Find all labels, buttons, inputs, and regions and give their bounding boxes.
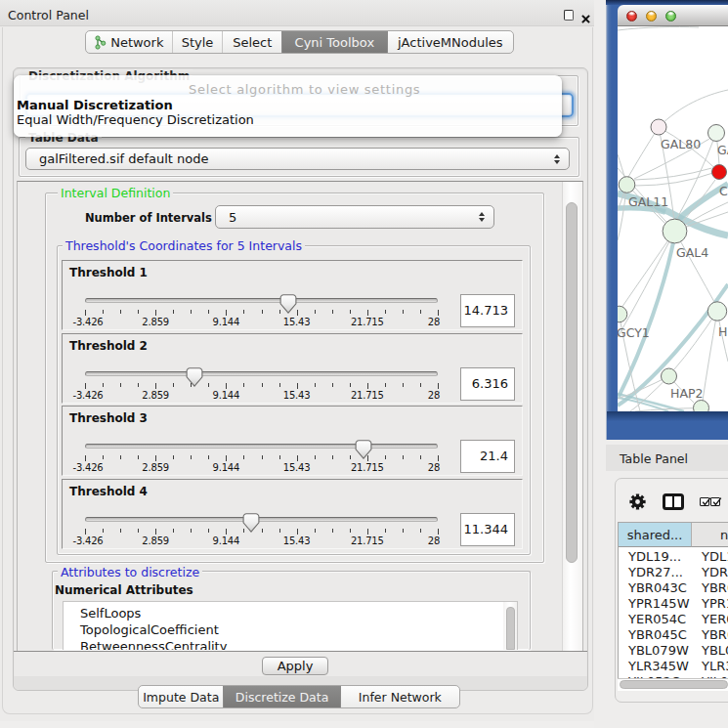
split-columns-icon[interactable]: [663, 493, 684, 510]
slider-tick: [103, 310, 104, 314]
network-canvas[interactable]: GAL80GACGAL11GAL4GCY1HHAP2: [618, 26, 728, 411]
tab-network[interactable]: Network: [86, 31, 172, 53]
network-window-bottom-frame: [607, 411, 728, 440]
slider-track[interactable]: [85, 298, 438, 303]
popup-item-manual-discretization[interactable]: Manual Discretization: [17, 98, 173, 112]
threshold-panel-3: Threshold 3-3.4262.8599.14415.4321.71528…: [62, 406, 523, 476]
slider-thumb[interactable]: [355, 440, 372, 459]
gear-icon[interactable]: [629, 493, 646, 514]
minimize-light-icon[interactable]: [646, 11, 657, 21]
checkbox-icon-part: [711, 497, 723, 509]
table-row[interactable]: YER054CYER0: [619, 612, 728, 627]
slider-tick: [420, 455, 421, 459]
vertical-scrollbar-thumb[interactable]: [566, 202, 578, 563]
slider-tick: [226, 529, 227, 535]
table-row[interactable]: YPR145WYPR1: [619, 596, 728, 612]
slider-tick: [420, 529, 421, 533]
table-row[interactable]: YBR043CYBR0: [619, 580, 728, 596]
apply-button[interactable]: Apply: [262, 657, 328, 675]
tab-jactivemnodules[interactable]: jActiveMNodules: [387, 31, 513, 53]
slider-tick: [385, 529, 386, 533]
slider-track[interactable]: [85, 371, 438, 376]
network-node-GCY1[interactable]: [618, 306, 627, 322]
slider-track[interactable]: [85, 444, 438, 449]
slider-thumb[interactable]: [279, 294, 297, 314]
slider-thumb-part: [356, 441, 371, 458]
table-row[interactable]: YDL19...YDL1: [619, 549, 728, 565]
network-edge[interactable]: [618, 27, 699, 30]
slider-tick: [103, 455, 104, 459]
network-node-label: GAL11: [628, 194, 668, 209]
tab-style[interactable]: Style: [172, 31, 223, 53]
slider-tick-label: 2.859: [142, 390, 169, 401]
control-panel-window: Control Panel NetworkStyleSelectCyni Too…: [0, 0, 603, 721]
threshold-value-field[interactable]: 6.316: [460, 367, 515, 401]
tab-impute-data[interactable]: Impute Data: [139, 686, 223, 707]
slider-tick-label: 2.859: [142, 462, 169, 473]
network-icon-part: [96, 35, 100, 39]
network-node-node-top-right[interactable]: [708, 125, 725, 142]
slider-tick-label: 9.144: [213, 390, 240, 401]
table-column-header[interactable]: name: [692, 523, 728, 547]
close-light-icon[interactable]: [626, 11, 637, 21]
checkbox-icon[interactable]: [710, 497, 720, 506]
network-edge[interactable]: [634, 168, 712, 180]
slider-tick-label: 28: [428, 462, 440, 473]
checkbox-icon[interactable]: [700, 497, 709, 506]
table-column-header[interactable]: shared...: [619, 523, 692, 547]
slider-tick: [155, 529, 156, 535]
attributes-scrollbar-thumb[interactable]: [506, 607, 515, 650]
table-row[interactable]: YBR045CYBR0: [619, 627, 728, 643]
slider-track[interactable]: [85, 517, 438, 522]
float-window-icon[interactable]: [564, 10, 574, 21]
network-node-label: GAL4: [676, 245, 708, 260]
slider-thumb[interactable]: [242, 513, 260, 533]
network-node-GAL4[interactable]: [663, 219, 687, 243]
network-edge[interactable]: [674, 312, 717, 370]
combobox-stepper-icon: [552, 149, 562, 169]
table-row[interactable]: YLR345WYLR3: [619, 659, 728, 674]
network-edge[interactable]: [659, 90, 728, 127]
number-of-intervals-combobox[interactable]: 5: [215, 205, 494, 229]
threshold-value-field[interactable]: 21.4: [460, 440, 515, 473]
slider-tick: [243, 455, 244, 459]
threshold-value-field[interactable]: 11.344: [460, 513, 515, 546]
tab-label: Style: [182, 35, 214, 50]
number-of-intervals-value: 5: [216, 210, 236, 225]
slider-tick: [332, 455, 333, 459]
attribute-item[interactable]: BetweennessCentrality: [80, 639, 227, 650]
zoom-light-icon[interactable]: [665, 11, 676, 21]
close-icon[interactable]: [580, 10, 591, 21]
threshold-value-field[interactable]: 14.713: [460, 294, 515, 327]
popup-item-equal-width-frequency-discretization[interactable]: Equal Width/Frequency Discretization: [17, 112, 254, 127]
tab-discretize-data[interactable]: Discretize Data: [223, 686, 339, 707]
slider-thumb[interactable]: [186, 367, 203, 387]
network-edge[interactable]: [703, 312, 717, 402]
table-row[interactable]: YDR27...YDR2: [619, 565, 728, 580]
slider-tick: [173, 529, 174, 533]
slider-tick: [332, 529, 333, 533]
network-node-GAL80[interactable]: [651, 119, 666, 135]
slider-tick: [243, 383, 244, 387]
network-node-H-node[interactable]: [707, 302, 726, 321]
horizontal-scrollbar-thumb[interactable]: [620, 680, 728, 689]
table-data-combobox[interactable]: galFiltered.sif default node: [25, 148, 570, 170]
tab-cyni-toolbox[interactable]: Cyni Toolbox: [281, 31, 387, 53]
network-node-HAP2[interactable]: [662, 368, 677, 384]
slider-tick: [103, 529, 104, 533]
attribute-item[interactable]: SelfLoops: [80, 606, 141, 621]
network-node-GAL11[interactable]: [619, 177, 635, 193]
table-panel-title: Table Panel: [620, 451, 688, 466]
numerical-attributes-list[interactable]: SelfLoopsTopologicalCoefficientBetweenne…: [63, 601, 518, 650]
table-row[interactable]: YBL079WYBL0: [619, 643, 728, 659]
tab-select[interactable]: Select: [222, 31, 281, 53]
network-edge[interactable]: [618, 232, 675, 338]
slider-thumb-part: [280, 295, 296, 313]
network-node-node-bottom[interactable]: [694, 401, 709, 412]
attribute-item[interactable]: TopologicalCoefficient: [80, 622, 219, 637]
slider-tick: [350, 529, 351, 533]
slider-tick: [262, 529, 263, 533]
slider-tick-label: 15.43: [283, 462, 311, 473]
tab-infer-network[interactable]: Infer Network: [340, 686, 459, 707]
network-node-red-node[interactable]: [712, 165, 727, 180]
